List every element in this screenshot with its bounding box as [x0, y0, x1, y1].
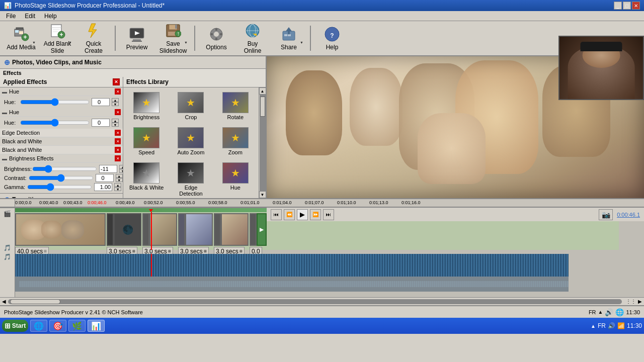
slide-3[interactable] — [149, 213, 177, 246]
effect-row-bw1[interactable]: Black and White ✕ — [0, 137, 123, 146]
remove-bw2-button[interactable]: ✕ — [115, 147, 121, 153]
slide-2[interactable]: 🌑 — [114, 213, 141, 246]
hue1-down[interactable]: ▼ — [112, 102, 119, 106]
effect-edgedet[interactable]: ★ Edge Detection — [170, 160, 212, 198]
gamma-down[interactable]: ▼ — [114, 187, 121, 191]
taskbar-app-1[interactable]: 🎯 — [49, 320, 66, 332]
brightness-value[interactable] — [99, 165, 117, 173]
skip-to-end-button[interactable]: ⏭ — [323, 209, 334, 220]
effect-row-edge[interactable]: Edge Detection ✕ — [0, 129, 123, 137]
slide-1[interactable] — [15, 213, 106, 246]
remove-bw1-button[interactable]: ✕ — [115, 138, 121, 144]
hue2-value-input[interactable] — [92, 119, 110, 127]
buy-online-button[interactable]: Buy Online — [235, 23, 270, 54]
scroll-right-btn[interactable]: ▶ — [638, 299, 642, 304]
add-media-button[interactable]: + Add Media — [4, 23, 38, 54]
play-button[interactable]: ▶ — [297, 209, 308, 220]
taskbar-app-2[interactable]: 🌿 — [68, 320, 86, 332]
effect-bw[interactable]: ★ Black & White — [125, 160, 168, 198]
gamma-value[interactable] — [94, 183, 112, 191]
audio-track-icon[interactable]: 🎵 — [4, 244, 11, 251]
brightness-down[interactable]: ▼ — [119, 169, 123, 173]
timeline-tracks: 🎬 🎵 🎵 — [0, 208, 644, 297]
tray-arrow[interactable]: ▲ — [591, 323, 596, 329]
contrast-down[interactable]: ▼ — [116, 178, 123, 182]
effect-row-hue2[interactable]: ▬ Hue ✕ — [0, 108, 123, 117]
help-button[interactable]: ? Help — [315, 23, 349, 54]
remove-edge-button[interactable]: ✕ — [115, 130, 121, 136]
slide-end[interactable]: ▶ — [257, 213, 267, 246]
effect-row-brightness[interactable]: ▬ Brightness Effects ✕ — [0, 154, 123, 163]
effect-autozoom[interactable]: ★ Auto Zoom — [170, 125, 212, 158]
minimize-button[interactable]: _ — [614, 2, 622, 10]
taskbar-photostage[interactable]: 📊 — [88, 320, 105, 332]
remove-hue1-button[interactable]: ✕ — [115, 88, 121, 95]
hue2-slider-row: Hue: ▲ ▼ — [0, 117, 123, 129]
remove-hue2-button[interactable]: ✕ — [115, 109, 121, 115]
contrast-slider[interactable] — [29, 174, 94, 182]
hue1-slider-input[interactable] — [20, 99, 90, 106]
timeline-area: 🎬 🎵 🎵 — [0, 207, 644, 305]
effect-hue[interactable]: ★ Hue — [214, 160, 257, 198]
slide-4-transition[interactable] — [178, 213, 185, 246]
slide-5-transition[interactable] — [214, 213, 221, 246]
hue2-slider-input[interactable] — [20, 119, 90, 126]
share-button[interactable]: Share — [272, 23, 306, 54]
remove-brightness-button[interactable]: ✕ — [115, 155, 121, 161]
menu-edit[interactable]: Edit — [21, 12, 39, 21]
audio-track-icon-2[interactable]: 🎵 — [4, 253, 11, 260]
hue2-up[interactable]: ▲ — [112, 119, 119, 123]
skip-to-start-button[interactable]: ⏮ — [271, 209, 282, 220]
brightness-slider[interactable] — [32, 165, 97, 172]
scroll-center-btn[interactable]: ⋮⋮ — [626, 299, 636, 304]
video-track-icon[interactable]: 🎬 — [4, 210, 11, 217]
effect-rotate[interactable]: ★ Rotate — [214, 89, 257, 123]
ruler-track[interactable]: 0:00;0.0 0:00;40.0 0:00;43.0 0:00;46.0 0… — [15, 199, 644, 207]
options-button[interactable]: Options — [199, 23, 233, 54]
gamma-up[interactable]: ▲ — [114, 183, 121, 187]
hue1-up[interactable]: ▲ — [112, 98, 119, 102]
slide-6-transition[interactable] — [250, 213, 257, 246]
system-tray-arrow[interactable]: ▲ — [598, 309, 603, 315]
camera-button[interactable]: 📷 — [599, 209, 613, 220]
effect-row-hue1[interactable]: ▬ Hue ✕ — [0, 87, 123, 96]
add-blank-slide-button[interactable]: + Add Blank Slide — [40, 23, 74, 54]
slide-5[interactable] — [221, 213, 249, 246]
hue1-value-input[interactable] — [92, 98, 110, 106]
effect-zoom[interactable]: ★ Zoom — [214, 125, 257, 158]
gamma-slider[interactable] — [27, 184, 92, 191]
next-frame-button[interactable]: ⏩ — [310, 209, 321, 220]
horizontal-scroll-track[interactable] — [8, 299, 622, 304]
effect-crop[interactable]: ★ Crop — [170, 89, 212, 123]
scroll-left-btn[interactable]: ◀ — [2, 299, 6, 304]
brightness-up[interactable]: ▲ — [119, 165, 123, 169]
hue2-down[interactable]: ▼ — [112, 123, 119, 127]
timeline-content[interactable]: 40.0 secs ⊞ 🌑 3.0 secs ⊞ — [15, 208, 644, 297]
transitions-section[interactable]: ⊕ Transitions — [0, 193, 123, 198]
save-slideshow-button[interactable]: ↑ Save Slideshow — [156, 23, 190, 54]
taskbar-chrome[interactable]: 🌐 — [30, 320, 47, 332]
left-panel: ⊕ Photos, Video Clips, and Music Effects… — [0, 56, 267, 198]
close-button[interactable]: ✕ — [632, 2, 640, 10]
effect-row-bw2[interactable]: Black and White ✕ — [0, 146, 123, 154]
effect-brightness[interactable]: ★ Brightness — [125, 89, 168, 123]
slide-4[interactable] — [185, 213, 213, 246]
maximize-button[interactable]: □ — [623, 2, 631, 10]
contrast-up[interactable]: ▲ — [116, 174, 123, 178]
time-display[interactable]: 0:00:46.1 — [617, 212, 640, 218]
slide-2-transition[interactable] — [107, 213, 114, 246]
scroll-up-button[interactable]: ▲ — [259, 87, 266, 95]
scroll-thumb[interactable] — [260, 97, 265, 117]
slide-3-transition[interactable] — [142, 213, 149, 246]
menu-help[interactable]: Help — [40, 12, 61, 21]
quick-create-button[interactable]: Quick Create — [76, 23, 111, 54]
menu-file[interactable]: File — [2, 12, 20, 21]
effect-speed[interactable]: ★ Speed — [125, 125, 168, 158]
start-button[interactable]: ⊞ Start — [2, 320, 28, 332]
contrast-value[interactable] — [96, 174, 114, 182]
horizontal-scroll-thumb[interactable] — [10, 299, 60, 304]
scroll-down-button[interactable]: ▼ — [259, 191, 266, 198]
preview-button[interactable]: Preview — [120, 23, 154, 54]
prev-frame-button[interactable]: ⏪ — [284, 209, 295, 220]
clear-effects-button[interactable]: ✕ — [113, 78, 120, 85]
